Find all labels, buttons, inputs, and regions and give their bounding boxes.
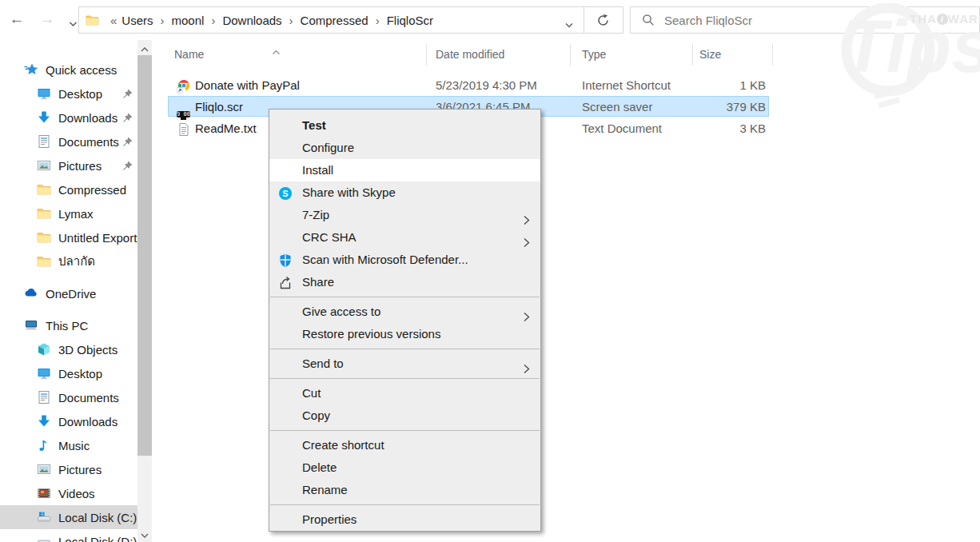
search-box[interactable] — [630, 6, 980, 34]
sidebar-item-pictures-pc[interactable]: Pictures — [0, 457, 141, 481]
menu-item-label: Share with Skype — [302, 185, 396, 199]
menu-separator — [270, 430, 540, 431]
breadcrumb-separator: › — [161, 14, 165, 27]
chevron-down-icon — [564, 22, 574, 29]
menu-item-test[interactable]: Test — [269, 114, 540, 137]
address-bar[interactable]: « Users › moonl › Downloads › Compressed… — [78, 6, 584, 34]
sidebar-item-local-disk-d[interactable]: Local Disk (D:) — [0, 529, 141, 542]
file-name[interactable]: Fliqlo.scr — [195, 96, 243, 118]
refresh-button[interactable] — [584, 6, 623, 34]
menu-separator — [270, 297, 540, 297]
search-input[interactable] — [664, 14, 928, 27]
toolbar: ← → ↑ « Users › moonl › Downloads › Comp… — [0, 0, 980, 40]
column-separator[interactable] — [692, 44, 693, 66]
menu-item-crc-sha[interactable]: CRC SHA — [269, 226, 540, 249]
sidebar-item-label: Compressed — [58, 183, 126, 197]
context-menu: Test Configure Install S Share with Skyp… — [269, 109, 541, 532]
sidebar-item-onedrive[interactable]: OneDrive — [0, 281, 141, 305]
file-type: Text Document — [582, 118, 662, 139]
sidebar-item-local-disk-c[interactable]: Local Disk (C:) — [0, 505, 141, 529]
breadcrumb-item-users[interactable]: Users — [122, 14, 153, 27]
sidebar-item-3d-objects[interactable]: 3D Objects — [0, 337, 141, 361]
breadcrumb-item-moonl[interactable]: moonl — [172, 14, 205, 27]
sidebar-item-label: Untitled Export — [58, 231, 137, 245]
explorer-window: { "toolbar": { "back_icon": "back-arrow-… — [0, 0, 980, 542]
sidebar-item-untitled-export[interactable]: Untitled Export — [0, 225, 141, 249]
refresh-icon — [596, 14, 610, 27]
local-disk-icon — [37, 510, 51, 524]
text-document-icon — [177, 122, 191, 136]
scrollbar-thumb[interactable] — [137, 55, 152, 456]
menu-item-copy[interactable]: Copy — [269, 405, 540, 427]
sidebar-item-downloads-pc[interactable]: Downloads — [0, 409, 141, 433]
menu-separator — [270, 504, 540, 505]
menu-item-scan-with-microsoft-defender[interactable]: Scan with Microsoft Defender... — [269, 249, 540, 271]
svg-text:S: S — [282, 189, 288, 198]
submenu-arrow-icon — [524, 359, 530, 381]
sidebar-item-label: 3D Objects — [58, 343, 118, 357]
breadcrumb-overflow[interactable]: « — [110, 14, 117, 27]
sidebar-item-compressed[interactable]: Compressed — [0, 177, 141, 201]
folder-icon — [86, 14, 99, 26]
menu-item-properties[interactable]: Properties — [269, 508, 540, 531]
menu-item-create-shortcut[interactable]: Create shortcut — [269, 434, 540, 456]
folder-icon — [37, 254, 51, 269]
menu-item-install[interactable]: Install — [269, 159, 540, 181]
column-header-name[interactable]: Name — [174, 44, 204, 66]
column-separator[interactable] — [772, 44, 773, 66]
menu-item-label: CRC SHA — [302, 230, 357, 244]
scroll-down-icon[interactable] — [140, 529, 149, 539]
downloads-icon — [37, 414, 51, 428]
folder-icon — [37, 206, 51, 221]
share-icon — [278, 275, 293, 289]
file-name[interactable]: ReadMe.txt — [195, 118, 257, 139]
menu-item-configure[interactable]: Configure — [269, 137, 540, 159]
pictures-icon — [37, 462, 51, 476]
onedrive-cloud-icon — [24, 286, 38, 301]
scroll-up-icon[interactable] — [140, 43, 149, 53]
sidebar-item-label: ปลากัด — [58, 252, 95, 271]
menu-item-delete[interactable]: Delete — [269, 456, 540, 479]
menu-item-share-with-skype[interactable]: S Share with Skype — [269, 181, 540, 204]
column-separator[interactable] — [426, 44, 427, 66]
file-type: Internet Shortcut — [582, 74, 671, 96]
menu-item-give-access-to[interactable]: Give access to — [269, 301, 540, 323]
sidebar-scrollbar[interactable] — [137, 40, 152, 542]
menu-item-send-to[interactable]: Send to — [269, 353, 540, 375]
column-header-size[interactable]: Size — [699, 44, 721, 66]
sidebar-item-label: Desktop — [58, 367, 102, 381]
menu-item-label: Share — [302, 275, 334, 289]
breadcrumb-item-downloads[interactable]: Downloads — [222, 14, 281, 27]
sidebar-item-documents-pc[interactable]: Documents — [0, 385, 141, 409]
file-row-donate-with-paypal[interactable]: Donate with PayPal 5/23/2019 4:30 PM Int… — [0, 74, 799, 96]
forward-button[interactable]: → — [37, 7, 58, 31]
sidebar-item-label: Pictures — [58, 159, 102, 173]
column-separator[interactable] — [570, 44, 571, 66]
sidebar-item-this-pc[interactable]: This PC — [0, 313, 141, 337]
column-header-date-modified[interactable]: Date modified — [436, 44, 504, 66]
sidebar-item-pictures[interactable]: Pictures — [0, 153, 141, 177]
sidebar-item-music[interactable]: Music — [0, 433, 141, 457]
local-disk-icon — [37, 534, 51, 542]
sidebar-item-desktop-pc[interactable]: Desktop — [0, 361, 141, 385]
menu-item-cut[interactable]: Cut — [269, 382, 540, 405]
menu-item-restore-previous-versions[interactable]: Restore previous versions — [269, 323, 540, 345]
breadcrumb-item-fliqloscr[interactable]: FliqloScr — [387, 14, 433, 27]
menu-item-share[interactable]: Share — [269, 271, 540, 293]
column-header-type[interactable]: Type — [582, 44, 606, 66]
file-name[interactable]: Donate with PayPal — [195, 74, 300, 96]
sidebar-item-lymax[interactable]: Lymax — [0, 201, 141, 225]
sidebar-item-videos[interactable]: Videos — [0, 481, 141, 505]
address-dropdown-button[interactable] — [564, 18, 574, 32]
back-button[interactable]: ← — [6, 7, 27, 31]
menu-item-7-zip[interactable]: 7-Zip — [269, 204, 540, 226]
breadcrumb-separator: › — [376, 14, 380, 27]
breadcrumb-item-compressed[interactable]: Compressed — [301, 14, 368, 27]
folder-icon — [37, 182, 51, 197]
desktop-icon — [37, 366, 51, 381]
breadcrumb-separator: › — [289, 14, 293, 27]
defender-shield-icon — [278, 253, 293, 267]
file-date-modified: 5/23/2019 4:30 PM — [436, 74, 537, 96]
menu-item-rename[interactable]: Rename — [269, 479, 540, 501]
sidebar-item-plakad[interactable]: ปลากัด — [0, 249, 141, 273]
